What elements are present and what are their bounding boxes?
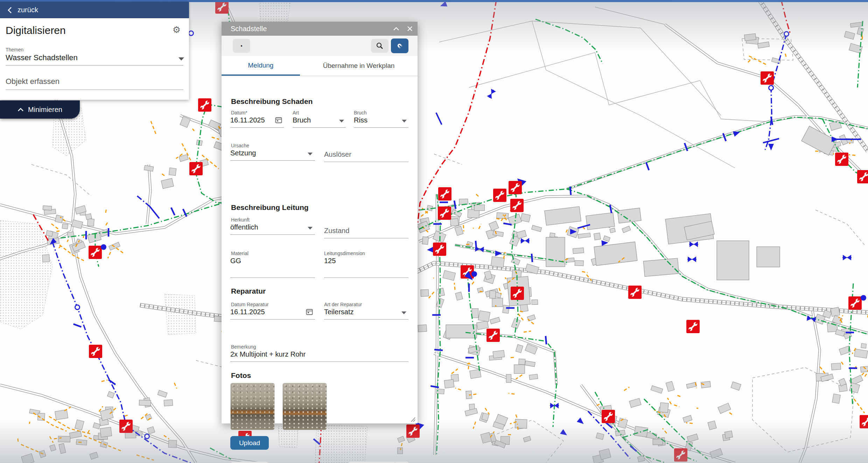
datum-reparatur-field[interactable]: 16.11.2025 [230, 308, 315, 320]
art-der-reparatur-label: Art der Reparatur [324, 302, 362, 307]
upload-button[interactable]: Upload [230, 436, 269, 450]
delete-button[interactable]: Löschen [231, 462, 268, 463]
chevron-down-icon [401, 311, 406, 314]
damage-photo-2[interactable] [282, 383, 327, 430]
gear-icon[interactable]: ⚙ [173, 25, 181, 34]
chevron-left-icon [8, 7, 12, 14]
chevron-down-icon [308, 227, 313, 230]
hydrant-tick-symbol [433, 223, 442, 225]
damage-marker[interactable] [686, 320, 700, 333]
point-symbol-button[interactable]: ● [233, 39, 250, 53]
digitize-panel: Digitalisieren ⚙ Themen Wasser Schadstel… [0, 18, 189, 100]
node-circle-symbol [75, 305, 80, 310]
damage-marker[interactable] [835, 153, 848, 166]
chevron-down-icon [402, 120, 407, 122]
bruch-label: Bruch [354, 110, 367, 115]
themes-label: Themen [6, 47, 23, 52]
damage-marker[interactable] [438, 187, 451, 201]
capture-object-field[interactable]: Objekt erfassen [6, 77, 183, 90]
damage-marker[interactable] [486, 329, 500, 342]
hydrant-tick-symbol [465, 357, 474, 359]
herkunft-label: Herkunft [231, 217, 250, 223]
schadstelle-dialog: Schadstelle ● Meldung Übernahme in Werkp… [222, 22, 418, 423]
dialog-title: Schadstelle [231, 25, 267, 33]
magnet-icon [395, 41, 404, 50]
tab-uebernahme-in-werkplan[interactable]: Übernahme in Werkplan [300, 56, 418, 76]
damage-marker[interactable] [89, 345, 102, 358]
damage-marker[interactable] [511, 287, 524, 300]
material-field[interactable]: GG [230, 257, 315, 278]
section-reparatur: Reparatur [231, 287, 266, 295]
hydrant-tick-symbol [846, 332, 854, 334]
hydrant-tick-symbol [440, 202, 448, 203]
damage-marker[interactable] [510, 199, 524, 212]
datum-label: Datum* [231, 110, 247, 115]
damage-marker[interactable] [857, 170, 868, 183]
collapse-icon[interactable] [393, 27, 399, 31]
panel-title: Digitalisieren [6, 24, 66, 36]
art-label: Art [293, 110, 299, 115]
minimize-label: Minimieren [28, 106, 62, 114]
art-der-reparatur-select[interactable]: Teilersatz [324, 308, 408, 320]
chevron-down-icon [339, 120, 344, 122]
dialog-toolbar: ● [222, 36, 418, 56]
themes-select[interactable]: Wasser Schadstellen [6, 53, 183, 65]
hydrant-tick-symbol [468, 283, 470, 292]
ursache-select[interactable]: Setzung [230, 149, 315, 161]
dialog-titlebar[interactable]: Schadstelle [222, 22, 418, 36]
point-icon: ● [240, 44, 242, 48]
herkunft-select[interactable]: öffentlich [230, 223, 315, 235]
damage-marker[interactable] [189, 162, 203, 175]
node-circle-symbol [769, 86, 774, 90]
ursache-label: Ursache [231, 143, 249, 148]
dialog-tabs: Meldung Übernahme in Werkplan [222, 56, 418, 76]
leitungsdimension-field[interactable]: 125 [324, 257, 408, 278]
calendar-icon[interactable] [275, 116, 282, 124]
chevron-down-icon [178, 57, 184, 61]
calendar-icon[interactable] [306, 308, 313, 316]
section-fotos: Fotos [231, 371, 251, 380]
damage-marker[interactable] [628, 286, 642, 299]
chevron-down-icon [308, 153, 313, 155]
damage-marker[interactable] [198, 98, 211, 112]
resize-handle[interactable] [410, 417, 415, 422]
bruch-select[interactable]: Riss [354, 116, 408, 128]
art-select[interactable]: Bruch [293, 116, 346, 128]
close-icon[interactable] [407, 26, 413, 31]
dialog-content: Beschreibung Schaden Datum* 16.11.2025 A… [222, 76, 418, 423]
damage-marker[interactable] [438, 206, 451, 220]
hydrant-tick-symbol [432, 314, 441, 316]
damage-photo-1[interactable] [230, 383, 275, 430]
bemerkung-field[interactable]: 2x Multijoint + kurz Rohr [230, 350, 408, 362]
material-label: Material [231, 251, 248, 256]
back-bar[interactable]: zurück [0, 2, 189, 18]
hydrant-tick-symbol [506, 307, 514, 309]
section-beschreibung-schaden: Beschreibung Schaden [231, 97, 313, 106]
search-button[interactable] [371, 39, 388, 53]
hydrant-tick-symbol [849, 367, 857, 369]
bemerkung-label: Bemerkung [231, 344, 256, 350]
search-icon [376, 42, 384, 50]
save-dropdown-button[interactable] [395, 462, 409, 463]
leitungsdimension-label: Leitungsdimension [324, 251, 365, 256]
datum-reparatur-label: Datum Reparatur [231, 302, 268, 307]
zustand-field[interactable]: Zustand [324, 227, 408, 238]
app-stage: zurück Digitalisieren ⚙ Themen Wasser Sc… [0, 0, 868, 463]
save-button[interactable]: Speichern [349, 462, 395, 463]
tab-meldung[interactable]: Meldung [222, 56, 300, 76]
back-button-label[interactable]: zurück [18, 6, 38, 14]
hydrant-tick-symbol [108, 228, 110, 237]
chevron-up-icon [18, 108, 24, 112]
damage-marker[interactable] [761, 71, 774, 85]
damage-marker[interactable] [493, 189, 506, 202]
section-beschreibung-leitung: Beschreibung Leitung [231, 203, 309, 212]
snapping-button[interactable] [391, 38, 408, 53]
minimize-panel-button[interactable]: Minimieren [0, 100, 80, 119]
ausloeser-field[interactable]: Auslöser [324, 150, 408, 162]
hydrant-tick-symbol [85, 231, 87, 239]
